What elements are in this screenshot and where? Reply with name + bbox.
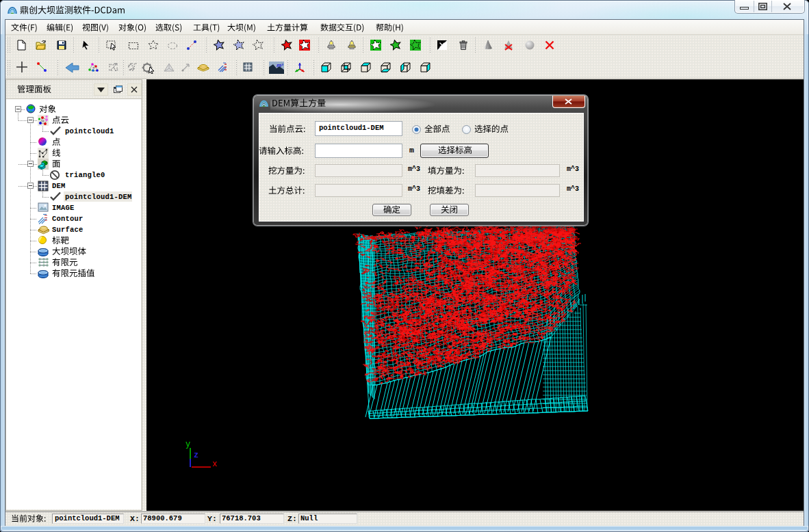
svg-text:z: z bbox=[194, 451, 198, 460]
svg-text:y: y bbox=[185, 440, 190, 449]
svg-text:x: x bbox=[212, 460, 217, 469]
svg-text:m³: m³ bbox=[277, 62, 283, 68]
